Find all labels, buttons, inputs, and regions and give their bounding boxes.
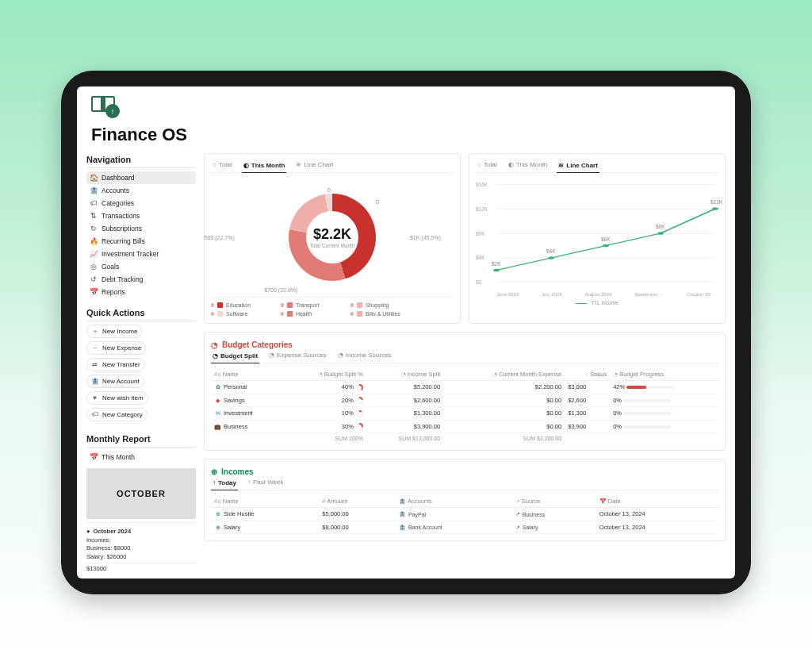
cell-status: $3,900 bbox=[565, 420, 610, 433]
quick-action-new-income[interactable]: ＋New Income bbox=[86, 325, 142, 338]
sidebar-item-reports[interactable]: 📅Reports bbox=[86, 286, 196, 298]
legend-line-icon bbox=[576, 303, 587, 304]
qa-icon: － bbox=[91, 344, 98, 352]
sidebar-item-dashboard[interactable]: 🏠Dashboard bbox=[86, 171, 196, 184]
tab-budget-split[interactable]: ◔Budget Split bbox=[211, 351, 259, 363]
cell-name: Investment bbox=[224, 409, 253, 417]
tab-income-sources[interactable]: ◔Income Sources bbox=[336, 351, 393, 359]
month-card[interactable]: OCTOBER bbox=[86, 468, 196, 519]
table-row[interactable]: ⊕Salary$8,000.00🏦Bank Account↗SalaryOcto… bbox=[211, 521, 718, 534]
budget-title-text: Budget Categories bbox=[222, 340, 293, 349]
quick-actions-panel: Quick Actions ＋New Income－New Expense⇄Ne… bbox=[86, 306, 196, 425]
hash-icon: # bbox=[281, 311, 284, 317]
sidebar-item-debt-tracking[interactable]: ↺Debt Tracking bbox=[86, 273, 196, 286]
cell-date: October 13, 2024 bbox=[596, 508, 718, 521]
tab-icon: ◔ bbox=[269, 352, 274, 359]
plus-circle-icon: ⊕ bbox=[211, 467, 217, 476]
quick-action-new-transfer[interactable]: ⇄New Transfer bbox=[86, 358, 145, 371]
tab-line-chart[interactable]: ≋Line Chart bbox=[557, 160, 599, 173]
col-source[interactable]: ↗Source bbox=[512, 495, 596, 508]
sidebar-item-subscriptions[interactable]: ↻Subscriptions bbox=[86, 222, 196, 235]
bank-icon: 🏦 bbox=[399, 525, 406, 531]
nav-icon: 🔥 bbox=[90, 237, 98, 245]
tab-this-month[interactable]: ◐This Month bbox=[242, 160, 287, 173]
sidebar-item-recurring-bills[interactable]: 🔥Recurring Bills bbox=[86, 235, 196, 248]
qa-icon: ⇄ bbox=[91, 361, 98, 368]
quick-action-new-category[interactable]: 🏷New Category bbox=[86, 408, 147, 421]
col-accounts[interactable]: 🏦Accounts bbox=[396, 495, 512, 508]
table-row[interactable]: 💼Business30%$3,900.00$0.00$3,9000% bbox=[211, 420, 718, 433]
cell-status: $2,600 bbox=[565, 394, 610, 407]
col-amount[interactable]: #Amount bbox=[319, 495, 396, 508]
nav-icon: 🏷 bbox=[90, 199, 98, 207]
quick-action-new-account[interactable]: 🏦New Account bbox=[86, 375, 144, 388]
sum-row: SUM 100%SUM $13,000.00SUM $2,200.00 bbox=[211, 433, 718, 444]
legend-swatch bbox=[287, 302, 293, 308]
sidebar-item-categories[interactable]: 🏷Categories bbox=[86, 197, 196, 209]
tab-this-month[interactable]: ◐This Month bbox=[507, 160, 550, 169]
cell-income: $5,200.00 bbox=[366, 381, 443, 394]
table-row[interactable]: ✿Personal40%$5,200.00$2,200.00$3,00042% bbox=[211, 381, 718, 394]
progress-bar bbox=[623, 412, 671, 415]
quick-action-new-wish-item[interactable]: ♥New wish item bbox=[86, 391, 148, 405]
col-icon: Aα bbox=[214, 498, 221, 504]
month-meta-line: Incomes: bbox=[86, 536, 196, 545]
sidebar-item-investment-tracker[interactable]: 📈Investment Tracker bbox=[86, 248, 196, 260]
tab-label: Line Chart bbox=[566, 162, 598, 169]
table-row[interactable]: ◆Savings20%$2,600.00$0.00$2,6000% bbox=[211, 394, 718, 407]
quick-action-new-expense[interactable]: －New Expense bbox=[86, 341, 146, 355]
tab-label: Past Week bbox=[253, 479, 284, 486]
table-row[interactable]: ✉Investment10%$1,300.00$0.00$1,3000% bbox=[211, 407, 718, 421]
nav-label: Accounts bbox=[102, 186, 129, 194]
sidebar-item-accounts[interactable]: 🏦Accounts bbox=[86, 184, 196, 197]
x-tick-label: July 2024 bbox=[542, 292, 562, 297]
tab-total[interactable]: ○Total bbox=[476, 160, 499, 169]
table-row[interactable]: ⊕Side Hustle$5,000.00🏦PayPal↗BusinessOct… bbox=[211, 508, 718, 521]
cell-name: Business bbox=[224, 423, 247, 430]
line-plot: $2K$4K$6K$8K$12K bbox=[496, 184, 715, 283]
col-budget-progress[interactable]: ◔Budget Progress bbox=[610, 368, 718, 381]
nav-label: Categories bbox=[102, 199, 134, 207]
tab-label: Expense Sources bbox=[277, 352, 327, 359]
tab-past-week[interactable]: ↑Past Week bbox=[246, 478, 285, 486]
cell-current: $2,200.00 bbox=[443, 381, 565, 394]
col-current-month-expense[interactable]: ◔Current Month Expense bbox=[443, 368, 565, 381]
tab-total[interactable]: ○Total bbox=[211, 160, 234, 169]
dot-icon: ● bbox=[86, 528, 90, 536]
legend-item: #Shopping bbox=[350, 302, 412, 308]
cell-income: $1,300.00 bbox=[366, 407, 443, 421]
nav-label: Goals bbox=[102, 263, 119, 271]
col-status[interactable]: ○Status bbox=[565, 368, 610, 381]
col-name[interactable]: AαName bbox=[211, 368, 283, 381]
tab-line-chart[interactable]: ≋Line Chart bbox=[294, 160, 335, 169]
tab-today[interactable]: ↑Today bbox=[211, 478, 238, 490]
x-tick-label: September … bbox=[634, 292, 664, 297]
col-budget-split-[interactable]: ◔Budget Split % bbox=[283, 368, 366, 381]
cell-source: ↗Salary bbox=[515, 525, 538, 531]
donut-ring: $2.2K Total Current Month bbox=[289, 194, 376, 281]
coin-up-icon bbox=[105, 104, 120, 118]
quick-actions-title: Quick Actions bbox=[86, 306, 196, 321]
tab-icon: ↑ bbox=[213, 479, 216, 486]
hash-icon: # bbox=[350, 311, 354, 317]
col-income-split[interactable]: ◔Income Split bbox=[366, 368, 443, 381]
tab-expense-sources[interactable]: ◔Expense Sources bbox=[267, 351, 328, 359]
income-icon: ⊕ bbox=[214, 524, 221, 531]
tab-label: This Month bbox=[251, 162, 285, 169]
budget-section-title: ◔ Budget Categories bbox=[211, 339, 718, 351]
category-icon: 💼 bbox=[214, 423, 221, 430]
hash-icon: # bbox=[350, 302, 354, 308]
hash-icon: # bbox=[211, 302, 214, 308]
col-date[interactable]: 📅Date bbox=[596, 495, 718, 508]
col-icon: ◔ bbox=[492, 371, 497, 377]
sidebar-item-transactions[interactable]: ⇅Transactions bbox=[86, 209, 196, 222]
tab-icon: ≋ bbox=[558, 162, 564, 169]
monthly-report-tab[interactable]: 📅 This Month bbox=[86, 451, 196, 463]
col-name[interactable]: AαName bbox=[211, 495, 319, 508]
y-tick-label: $8K bbox=[476, 230, 485, 236]
tag-icon: ↗ bbox=[515, 511, 520, 517]
svg-point-2 bbox=[603, 244, 609, 247]
sidebar-item-goals[interactable]: ◎Goals bbox=[86, 260, 196, 273]
y-tick-label: $0 bbox=[476, 279, 481, 285]
category-icon: ✉ bbox=[214, 410, 221, 417]
